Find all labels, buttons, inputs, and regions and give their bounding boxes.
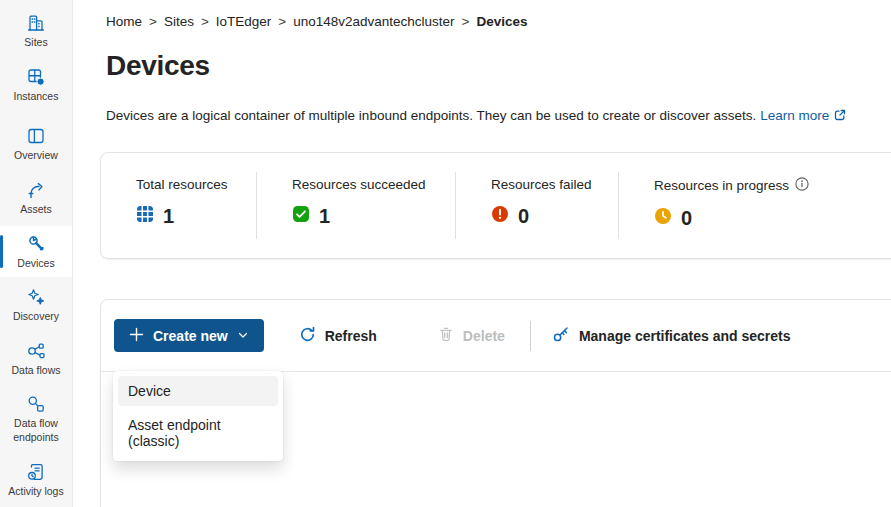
chevron-down-icon <box>237 328 249 344</box>
sidebar-item-label: Overview <box>14 149 58 163</box>
manage-certificates-label: Manage certificates and secrets <box>579 328 791 344</box>
learn-more-link[interactable]: Learn more <box>760 108 829 123</box>
stat-label: Resources in progress <box>654 178 789 193</box>
sidebar-item-sites[interactable]: Sites <box>0 5 72 57</box>
sidebar-item-devices[interactable]: Devices <box>0 226 72 278</box>
stat-label: Resources succeeded <box>292 177 455 192</box>
sidebar-item-activity-logs[interactable]: Activity logs <box>0 454 72 506</box>
app-root: Sites Instances Overview <box>0 0 891 507</box>
devices-icon <box>26 234 46 254</box>
stat-resources-succeeded: Resources succeeded 1 <box>257 172 455 239</box>
stat-label: Resources failed <box>491 177 618 192</box>
overview-icon <box>26 126 46 146</box>
stat-total-resources: Total resources 1 <box>101 172 256 239</box>
delete-label: Delete <box>463 328 505 344</box>
sidebar-item-label: Assets <box>20 203 52 217</box>
stat-value: 1 <box>319 205 330 228</box>
assets-icon <box>26 180 46 200</box>
data-flow-endpoints-icon <box>26 394 46 414</box>
refresh-button[interactable]: Refresh <box>299 326 377 346</box>
instances-icon <box>26 67 46 87</box>
sidebar-item-label: Sites <box>24 36 47 50</box>
open-in-new-window-icon <box>833 110 847 125</box>
create-new-label: Create new <box>153 328 228 344</box>
failed-exclamation-icon <box>491 205 509 228</box>
breadcrumb-separator: > <box>278 14 286 29</box>
breadcrumb-home[interactable]: Home <box>106 14 142 29</box>
page-title: Devices <box>106 50 891 82</box>
resource-stats-card: Total resources 1 Resources succeeded 1 … <box>100 152 891 259</box>
breadcrumb-sites[interactable]: Sites <box>164 14 194 29</box>
breadcrumb-separator: > <box>149 14 157 29</box>
info-icon[interactable] <box>795 177 809 194</box>
success-check-icon <box>292 205 310 228</box>
menu-item-asset-endpoint-classic[interactable]: Asset endpoint (classic) <box>118 410 278 456</box>
breadcrumb-separator: > <box>462 14 470 29</box>
in-progress-clock-icon <box>654 207 672 230</box>
toolbar-divider <box>530 321 531 351</box>
data-flows-icon <box>26 341 46 361</box>
activity-logs-icon <box>26 462 46 482</box>
sidebar-item-discovery[interactable]: Discovery <box>0 279 72 331</box>
manage-certificates-button[interactable]: Manage certificates and secrets <box>552 325 791 346</box>
plus-icon <box>129 327 144 345</box>
sidebar: Sites Instances Overview <box>0 0 73 507</box>
key-icon <box>552 325 570 346</box>
sidebar-item-label: Discovery <box>13 310 59 324</box>
stat-value: 1 <box>163 205 174 228</box>
breadcrumb-cluster-name[interactable]: uno148v2advantechcluster <box>293 14 454 29</box>
page-description: Devices are a logical container of multi… <box>106 108 891 125</box>
buildings-icon <box>26 13 46 33</box>
stat-label: Total resources <box>136 177 256 192</box>
page-description-text: Devices are a logical container of multi… <box>106 108 756 123</box>
sidebar-item-assets[interactable]: Assets <box>0 172 72 224</box>
stat-resources-in-progress: Resources in progress 0 <box>619 172 891 239</box>
refresh-label: Refresh <box>325 328 377 344</box>
stat-value: 0 <box>518 205 529 228</box>
resources-grid-icon <box>136 205 154 228</box>
refresh-icon <box>299 326 316 346</box>
sidebar-item-overview[interactable]: Overview <box>0 118 72 170</box>
stat-value: 0 <box>681 207 692 230</box>
menu-item-device[interactable]: Device <box>118 376 278 406</box>
stat-resources-failed: Resources failed 0 <box>456 172 618 239</box>
sidebar-item-label: Devices <box>17 257 54 271</box>
sidebar-item-label: Activity logs <box>8 485 63 499</box>
delete-button[interactable]: Delete <box>438 326 505 345</box>
sidebar-item-instances[interactable]: Instances <box>0 59 72 111</box>
sidebar-item-label: Data flow endpoints <box>3 417 69 444</box>
sidebar-item-label: Instances <box>14 90 59 104</box>
sidebar-item-label: Data flows <box>11 364 60 378</box>
create-new-menu: Device Asset endpoint (classic) <box>113 371 283 461</box>
breadcrumb-separator: > <box>201 14 209 29</box>
sidebar-item-data-flow-endpoints[interactable]: Data flow endpoints <box>0 386 72 451</box>
breadcrumb-current-page: Devices <box>477 14 528 29</box>
breadcrumb-site-name[interactable]: IoTEdger <box>216 14 272 29</box>
command-bar: Create new Refresh Delete Manage certifi… <box>101 300 891 372</box>
breadcrumb: Home>Sites>IoTEdger>uno148v2advantechclu… <box>74 0 891 29</box>
sidebar-item-data-flows[interactable]: Data flows <box>0 333 72 385</box>
discovery-sparkle-icon <box>26 287 46 307</box>
create-new-button[interactable]: Create new <box>114 319 264 352</box>
trash-icon <box>438 326 454 345</box>
